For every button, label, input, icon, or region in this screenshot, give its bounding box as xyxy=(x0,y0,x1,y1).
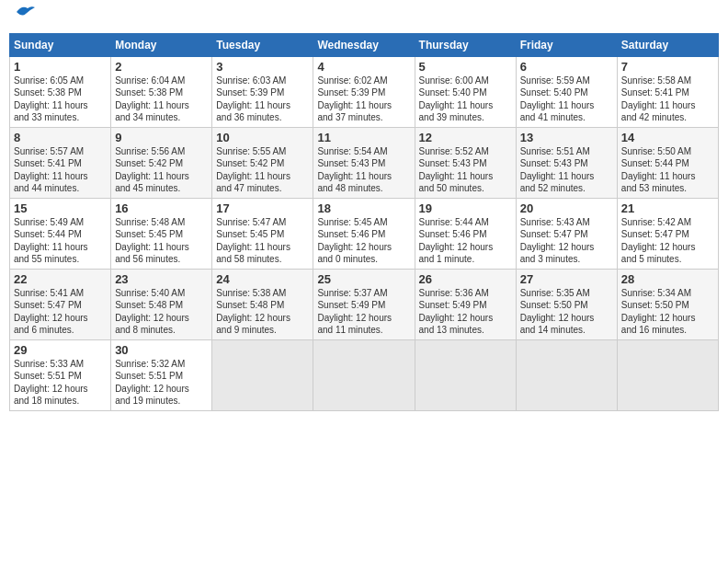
calendar-day-cell: 5Sunrise: 6:00 AM Sunset: 5:40 PM Daylig… xyxy=(415,56,516,127)
day-info-text: Sunrise: 5:40 AM Sunset: 5:48 PM Dayligh… xyxy=(115,287,208,337)
day-of-week-header: Friday xyxy=(516,33,617,56)
calendar-day-cell: 13Sunrise: 5:51 AM Sunset: 5:43 PM Dayli… xyxy=(516,127,617,198)
day-of-week-header: Tuesday xyxy=(212,33,313,56)
day-number: 14 xyxy=(621,131,714,144)
day-number: 5 xyxy=(419,60,512,74)
day-number: 17 xyxy=(216,201,309,215)
day-number: 29 xyxy=(14,343,107,357)
calendar-week-row: 22Sunrise: 5:41 AM Sunset: 5:47 PM Dayli… xyxy=(10,269,719,339)
day-number: 8 xyxy=(14,131,107,144)
calendar-day-cell: 20Sunrise: 5:43 AM Sunset: 5:47 PM Dayli… xyxy=(516,198,617,269)
day-number: 23 xyxy=(115,272,208,286)
day-info-text: Sunrise: 5:50 AM Sunset: 5:44 PM Dayligh… xyxy=(621,145,714,195)
day-info-text: Sunrise: 5:34 AM Sunset: 5:50 PM Dayligh… xyxy=(621,287,714,337)
calendar-day-cell: 24Sunrise: 5:38 AM Sunset: 5:48 PM Dayli… xyxy=(212,269,313,339)
calendar-day-cell: 17Sunrise: 5:47 AM Sunset: 5:45 PM Dayli… xyxy=(212,198,313,269)
day-info-text: Sunrise: 5:54 AM Sunset: 5:43 PM Dayligh… xyxy=(317,145,410,195)
day-number: 9 xyxy=(115,131,208,144)
calendar-day-cell: 11Sunrise: 5:54 AM Sunset: 5:43 PM Dayli… xyxy=(313,127,415,198)
day-number: 10 xyxy=(216,131,309,144)
day-number: 18 xyxy=(317,201,410,215)
calendar-day-cell xyxy=(313,339,415,410)
day-of-week-header: Saturday xyxy=(617,33,718,56)
day-info-text: Sunrise: 5:38 AM Sunset: 5:48 PM Dayligh… xyxy=(216,287,309,337)
day-number: 12 xyxy=(419,131,512,144)
day-info-text: Sunrise: 5:59 AM Sunset: 5:40 PM Dayligh… xyxy=(520,75,613,124)
day-of-week-header: Thursday xyxy=(415,33,516,56)
day-info-text: Sunrise: 5:35 AM Sunset: 5:50 PM Dayligh… xyxy=(520,287,613,337)
day-info-text: Sunrise: 5:32 AM Sunset: 5:51 PM Dayligh… xyxy=(115,358,208,408)
calendar-table: SundayMondayTuesdayWednesdayThursdayFrid… xyxy=(9,33,719,411)
day-info-text: Sunrise: 5:57 AM Sunset: 5:41 PM Dayligh… xyxy=(14,145,107,195)
day-number: 13 xyxy=(520,131,613,144)
day-of-week-header: Monday xyxy=(111,33,212,56)
calendar-day-cell: 4Sunrise: 6:02 AM Sunset: 5:39 PM Daylig… xyxy=(313,56,415,127)
day-number: 22 xyxy=(14,272,107,286)
logo-bird-icon xyxy=(15,5,35,23)
day-info-text: Sunrise: 5:56 AM Sunset: 5:42 PM Dayligh… xyxy=(115,145,208,195)
calendar-day-cell: 15Sunrise: 5:49 AM Sunset: 5:44 PM Dayli… xyxy=(10,198,111,269)
calendar-day-cell: 25Sunrise: 5:37 AM Sunset: 5:49 PM Dayli… xyxy=(313,269,415,339)
calendar-week-row: 8Sunrise: 5:57 AM Sunset: 5:41 PM Daylig… xyxy=(10,127,719,198)
calendar-day-cell: 8Sunrise: 5:57 AM Sunset: 5:41 PM Daylig… xyxy=(10,127,111,198)
calendar-day-cell: 21Sunrise: 5:42 AM Sunset: 5:47 PM Dayli… xyxy=(617,198,718,269)
calendar-day-cell: 28Sunrise: 5:34 AM Sunset: 5:50 PM Dayli… xyxy=(617,269,718,339)
day-info-text: Sunrise: 5:45 AM Sunset: 5:46 PM Dayligh… xyxy=(317,216,410,266)
day-number: 7 xyxy=(621,60,714,74)
calendar-day-cell: 29Sunrise: 5:33 AM Sunset: 5:51 PM Dayli… xyxy=(10,339,111,410)
calendar-week-row: 29Sunrise: 5:33 AM Sunset: 5:51 PM Dayli… xyxy=(10,339,719,410)
day-number: 3 xyxy=(216,60,309,74)
day-info-text: Sunrise: 5:58 AM Sunset: 5:41 PM Dayligh… xyxy=(621,75,714,124)
calendar-day-cell: 30Sunrise: 5:32 AM Sunset: 5:51 PM Dayli… xyxy=(111,339,212,410)
calendar-day-cell: 1Sunrise: 6:05 AM Sunset: 5:38 PM Daylig… xyxy=(10,56,111,127)
calendar-day-cell: 12Sunrise: 5:52 AM Sunset: 5:43 PM Dayli… xyxy=(415,127,516,198)
day-number: 24 xyxy=(216,272,309,286)
day-number: 1 xyxy=(14,60,107,74)
calendar-day-cell: 10Sunrise: 5:55 AM Sunset: 5:42 PM Dayli… xyxy=(212,127,313,198)
calendar-day-cell: 14Sunrise: 5:50 AM Sunset: 5:44 PM Dayli… xyxy=(617,127,718,198)
day-info-text: Sunrise: 5:48 AM Sunset: 5:45 PM Dayligh… xyxy=(115,216,208,266)
day-info-text: Sunrise: 6:00 AM Sunset: 5:40 PM Dayligh… xyxy=(419,75,512,124)
day-number: 21 xyxy=(621,201,714,215)
day-info-text: Sunrise: 5:37 AM Sunset: 5:49 PM Dayligh… xyxy=(317,287,410,337)
calendar-week-row: 15Sunrise: 5:49 AM Sunset: 5:44 PM Dayli… xyxy=(10,198,719,269)
logo xyxy=(13,9,35,28)
day-info-text: Sunrise: 5:55 AM Sunset: 5:42 PM Dayligh… xyxy=(216,145,309,195)
day-number: 19 xyxy=(419,201,512,215)
day-info-text: Sunrise: 5:44 AM Sunset: 5:46 PM Dayligh… xyxy=(419,216,512,266)
calendar-day-cell: 22Sunrise: 5:41 AM Sunset: 5:47 PM Dayli… xyxy=(10,269,111,339)
calendar-day-cell xyxy=(415,339,516,410)
day-info-text: Sunrise: 6:04 AM Sunset: 5:38 PM Dayligh… xyxy=(115,75,208,124)
calendar-day-cell: 27Sunrise: 5:35 AM Sunset: 5:50 PM Dayli… xyxy=(516,269,617,339)
calendar-day-cell xyxy=(212,339,313,410)
day-info-text: Sunrise: 5:51 AM Sunset: 5:43 PM Dayligh… xyxy=(520,145,613,195)
day-info-text: Sunrise: 5:41 AM Sunset: 5:47 PM Dayligh… xyxy=(14,287,107,337)
day-info-text: Sunrise: 6:05 AM Sunset: 5:38 PM Dayligh… xyxy=(14,75,107,124)
calendar-day-cell: 3Sunrise: 6:03 AM Sunset: 5:39 PM Daylig… xyxy=(212,56,313,127)
day-of-week-header: Wednesday xyxy=(313,33,415,56)
day-number: 2 xyxy=(115,60,208,74)
day-info-text: Sunrise: 5:42 AM Sunset: 5:47 PM Dayligh… xyxy=(621,216,714,266)
calendar-day-cell: 2Sunrise: 6:04 AM Sunset: 5:38 PM Daylig… xyxy=(111,56,212,127)
calendar-day-cell xyxy=(617,339,718,410)
calendar-day-cell: 7Sunrise: 5:58 AM Sunset: 5:41 PM Daylig… xyxy=(617,56,718,127)
calendar-day-cell: 18Sunrise: 5:45 AM Sunset: 5:46 PM Dayli… xyxy=(313,198,415,269)
day-number: 25 xyxy=(317,272,410,286)
day-number: 4 xyxy=(317,60,410,74)
day-of-week-header: Sunday xyxy=(10,33,111,56)
day-number: 11 xyxy=(317,131,410,144)
day-number: 30 xyxy=(115,343,208,357)
calendar-day-cell: 16Sunrise: 5:48 AM Sunset: 5:45 PM Dayli… xyxy=(111,198,212,269)
day-number: 20 xyxy=(520,201,613,215)
calendar-header-row: SundayMondayTuesdayWednesdayThursdayFrid… xyxy=(10,33,719,56)
day-info-text: Sunrise: 6:02 AM Sunset: 5:39 PM Dayligh… xyxy=(317,75,410,124)
calendar-week-row: 1Sunrise: 6:05 AM Sunset: 5:38 PM Daylig… xyxy=(10,56,719,127)
calendar-day-cell: 6Sunrise: 5:59 AM Sunset: 5:40 PM Daylig… xyxy=(516,56,617,127)
calendar-day-cell: 26Sunrise: 5:36 AM Sunset: 5:49 PM Dayli… xyxy=(415,269,516,339)
calendar-day-cell: 9Sunrise: 5:56 AM Sunset: 5:42 PM Daylig… xyxy=(111,127,212,198)
day-number: 26 xyxy=(419,272,512,286)
calendar-day-cell xyxy=(516,339,617,410)
day-number: 6 xyxy=(520,60,613,74)
page-header xyxy=(9,9,719,28)
day-info-text: Sunrise: 5:36 AM Sunset: 5:49 PM Dayligh… xyxy=(419,287,512,337)
